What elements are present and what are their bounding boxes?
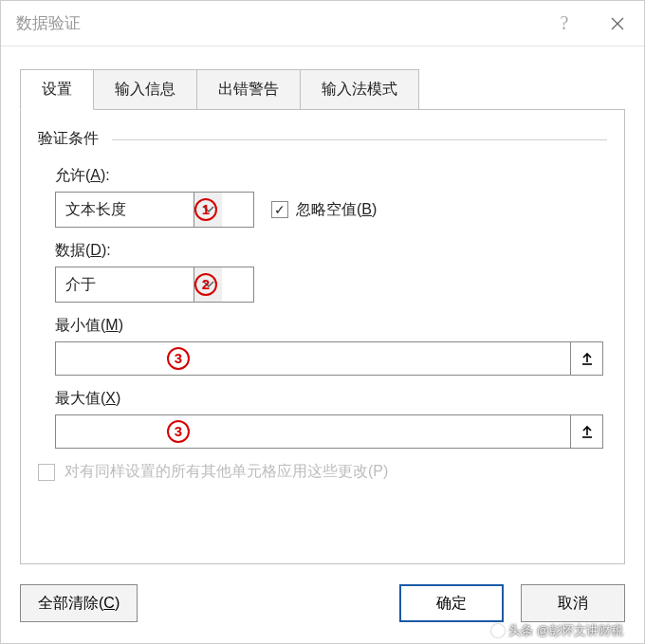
dialog-footer: 全部清除(C) 确定 取消 bbox=[20, 584, 625, 622]
data-validation-dialog: 数据验证 ? 设置 输入信息 出错警告 输入法模式 验证条件 允许(A): bbox=[0, 0, 645, 644]
tab-bar: 设置 输入信息 出错警告 输入法模式 bbox=[20, 69, 625, 110]
ok-button[interactable]: 确定 bbox=[399, 584, 504, 622]
data-combo-button[interactable] bbox=[194, 267, 222, 302]
tab-error-alert[interactable]: 出错警告 bbox=[196, 69, 301, 110]
range-picker-icon bbox=[580, 424, 594, 439]
max-label: 最大值(X) bbox=[55, 389, 603, 409]
tab-panel-settings: 验证条件 允许(A): 文本长度 1 bbox=[20, 109, 625, 564]
close-icon bbox=[611, 17, 624, 30]
apply-to-others-checkbox: 对有同样设置的所有其他单元格应用这些更改(P) bbox=[38, 462, 607, 482]
data-combo-value: 介于 bbox=[56, 267, 194, 302]
cancel-button[interactable]: 取消 bbox=[521, 584, 625, 622]
tab-input-message[interactable]: 输入信息 bbox=[93, 69, 197, 110]
min-label: 最小值(M) bbox=[55, 316, 603, 336]
max-range-picker-button[interactable] bbox=[571, 414, 603, 449]
range-picker-icon bbox=[580, 351, 594, 366]
watermark-logo-icon bbox=[491, 624, 505, 637]
checkbox-icon: ✓ bbox=[271, 201, 288, 218]
min-input[interactable] bbox=[55, 341, 571, 376]
tab-ime-mode[interactable]: 输入法模式 bbox=[300, 69, 419, 110]
tab-settings[interactable]: 设置 bbox=[20, 69, 94, 110]
ignore-blank-label: 忽略空值(B) bbox=[296, 200, 377, 220]
watermark: 头条 @彭怀文讲财税 bbox=[491, 622, 623, 639]
titlebar: 数据验证 ? bbox=[1, 1, 644, 46]
dialog-body: 设置 输入信息 出错警告 输入法模式 验证条件 允许(A): 文本长度 1 bbox=[1, 46, 644, 564]
allow-combo[interactable]: 文本长度 1 bbox=[55, 192, 254, 228]
clear-all-button[interactable]: 全部清除(C) bbox=[20, 584, 138, 622]
data-label: 数据(D): bbox=[55, 241, 603, 261]
min-range-picker-button[interactable] bbox=[571, 341, 603, 376]
allow-combo-value: 文本长度 bbox=[56, 193, 194, 227]
checkbox-icon bbox=[38, 464, 55, 481]
allow-combo-button[interactable] bbox=[194, 193, 222, 227]
max-input[interactable] bbox=[55, 414, 571, 449]
close-button[interactable] bbox=[591, 1, 644, 46]
ignore-blank-checkbox[interactable]: ✓ 忽略空值(B) bbox=[271, 200, 377, 220]
chevron-down-icon bbox=[203, 206, 214, 213]
allow-label: 允许(A): bbox=[55, 166, 603, 186]
data-combo[interactable]: 介于 2 bbox=[55, 267, 254, 303]
section-validation-criteria: 验证条件 bbox=[38, 129, 607, 149]
help-button[interactable]: ? bbox=[538, 1, 591, 46]
dialog-title: 数据验证 bbox=[16, 12, 81, 34]
chevron-down-icon bbox=[203, 281, 214, 288]
criteria-group: 允许(A): 文本长度 1 ✓ 忽略空 bbox=[38, 158, 607, 449]
apply-to-others-label: 对有同样设置的所有其他单元格应用这些更改(P) bbox=[64, 462, 388, 482]
